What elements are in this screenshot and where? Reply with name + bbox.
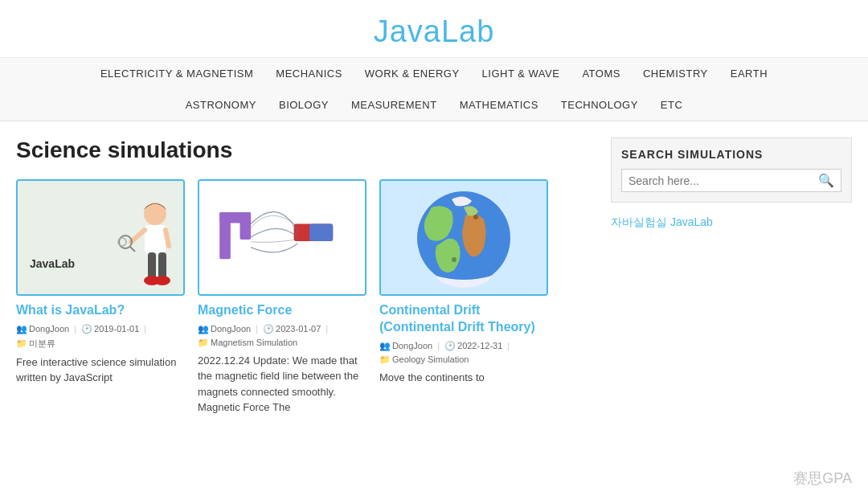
person-illustration <box>111 198 175 294</box>
date: 🕑 2022-12-31 <box>444 341 502 351</box>
card-title[interactable]: Continental Drift (Continental Drift The… <box>379 302 548 336</box>
clock-icon: 🕑 <box>263 324 274 334</box>
svg-point-7 <box>154 276 170 285</box>
magnetic-svg <box>199 181 365 294</box>
magnetic-illustration <box>199 181 365 294</box>
nav-row-2: ASTRONOMYBIOLOGYMEASUREMENTMATHEMATICSTE… <box>0 89 868 121</box>
author: 👥 DongJoon <box>198 324 251 334</box>
svg-rect-1 <box>145 225 166 253</box>
nav-item[interactable]: CHEMISTRY <box>632 63 719 84</box>
category: 📁 Geology Simulation <box>379 354 469 365</box>
card-meta: 👥 DongJoon | 🕑 2019-01-01 | 📁 미분류 <box>16 324 185 350</box>
nav-row-1: ELECTRICITY & MAGNETISMMECHANICSWORK & E… <box>0 58 868 89</box>
svg-point-18 <box>452 257 457 262</box>
nav-item[interactable]: WORK & ENERGY <box>354 63 471 84</box>
magnetic-force-card: Magnetic Force 👥 DongJoon | 🕑 2023-01-07… <box>198 179 366 416</box>
main-container: Science simulations JavaLab <box>0 121 868 416</box>
javalab-card: JavaLab <box>16 179 185 416</box>
nav-item[interactable]: EARTH <box>719 63 779 84</box>
svg-line-3 <box>166 230 169 246</box>
sidebar: SEARCH SIMULATIONS 🔍 자바실험실 JavaLab <box>611 137 852 416</box>
folder-icon: 📁 <box>16 338 27 349</box>
nav-item[interactable]: ELECTRICITY & MAGNETISM <box>89 63 264 84</box>
search-button[interactable]: 🔍 <box>818 173 834 188</box>
clock-icon: 🕑 <box>81 324 92 334</box>
svg-point-19 <box>473 215 478 219</box>
sidebar-link[interactable]: 자바실험실 JavaLab <box>611 215 852 230</box>
author: 👥 DongJoon <box>379 341 432 351</box>
nav-item[interactable]: ETC <box>649 94 694 116</box>
nav-item[interactable]: TECHNOLOGY <box>550 94 649 116</box>
category: 📁 Magnetism Simulation <box>198 338 297 348</box>
javalab-illustration: JavaLab <box>18 181 183 294</box>
date: 🕑 2019-01-01 <box>81 324 139 334</box>
card-excerpt: 2022.12.24 Update: We made that the magn… <box>198 353 366 416</box>
author-icon: 👥 <box>16 324 27 334</box>
earth-svg <box>407 183 520 292</box>
author: 👥 DongJoon <box>16 324 69 334</box>
content-area: Science simulations JavaLab <box>16 137 595 416</box>
card-title[interactable]: Magnetic Force <box>198 302 366 319</box>
author-icon: 👥 <box>198 324 209 334</box>
javalab-logo: JavaLab <box>30 257 75 270</box>
svg-point-0 <box>144 203 166 225</box>
card-meta: 👥 DongJoon | 🕑 2022-12-31 | 📁 Geology Si… <box>379 341 548 365</box>
date: 🕑 2023-01-07 <box>263 324 321 334</box>
page-title: Science simulations <box>16 137 595 163</box>
nav-item[interactable]: MEASUREMENT <box>340 94 448 116</box>
cards-grid: JavaLab <box>16 179 595 416</box>
nav-item[interactable]: MATHEMATICS <box>448 94 550 116</box>
clock-icon: 🕑 <box>444 341 456 351</box>
folder-icon: 📁 <box>379 354 391 365</box>
svg-line-2 <box>131 230 145 242</box>
continental-drift-card: Continental Drift (Continental Drift The… <box>379 179 548 416</box>
site-title[interactable]: JavaLab <box>0 14 868 49</box>
card-image-magnetic <box>198 179 366 296</box>
nav-item[interactable]: MECHANICS <box>264 63 354 84</box>
earth-illustration <box>381 181 547 294</box>
card-image-earth <box>379 179 548 296</box>
search-box-wrapper: SEARCH SIMULATIONS 🔍 <box>611 137 852 203</box>
svg-line-9 <box>130 247 135 252</box>
nav-item[interactable]: LIGHT & WAVE <box>471 63 571 84</box>
nav-item[interactable]: ASTRONOMY <box>174 94 268 116</box>
site-header: JavaLab <box>0 0 868 58</box>
svg-rect-14 <box>240 212 251 240</box>
card-excerpt: Move the continents to <box>379 370 548 386</box>
svg-rect-16 <box>309 223 333 240</box>
author-icon: 👥 <box>379 341 391 351</box>
category: 📁 미분류 <box>16 338 55 350</box>
search-input[interactable] <box>628 174 818 187</box>
search-input-row: 🔍 <box>621 169 841 192</box>
card-excerpt: Free interactive science simulation writ… <box>16 354 185 386</box>
card-title[interactable]: What is JavaLab? <box>16 302 185 319</box>
nav-item[interactable]: BIOLOGY <box>268 94 340 116</box>
main-nav: ELECTRICITY & MAGNETISMMECHANICSWORK & E… <box>0 58 868 121</box>
folder-icon: 📁 <box>198 338 209 348</box>
card-image-javalab: JavaLab <box>16 179 185 296</box>
nav-item[interactable]: ATOMS <box>571 63 632 84</box>
card-meta: 👥 DongJoon | 🕑 2023-01-07 | 📁 Magnetism … <box>198 324 366 348</box>
search-title: SEARCH SIMULATIONS <box>621 148 841 161</box>
